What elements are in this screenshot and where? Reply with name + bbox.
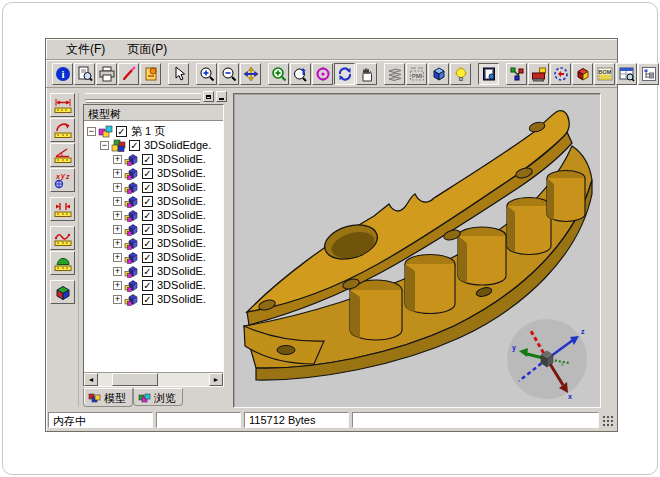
- light-button[interactable]: [450, 63, 471, 85]
- resize-grip[interactable]: [602, 415, 615, 428]
- view-cube-button[interactable]: [428, 63, 449, 85]
- measure-curve-button[interactable]: [50, 226, 75, 250]
- zoom-out-button[interactable]: [218, 63, 239, 85]
- tree-row-solid[interactable]: 3DSolidE.: [87, 250, 223, 264]
- visibility-checkbox[interactable]: [142, 294, 153, 305]
- stamp-icon: [143, 66, 159, 82]
- tab-browse[interactable]: 浏览: [133, 388, 183, 406]
- gripper-lines: [85, 93, 201, 100]
- viewport-3d[interactable]: z x y x: [233, 93, 601, 408]
- expand-icon[interactable]: [113, 169, 122, 178]
- pmi-button[interactable]: PMI: [406, 63, 427, 85]
- pan-hand-button[interactable]: [356, 63, 377, 85]
- expand-icon[interactable]: [113, 197, 122, 206]
- report-table-button[interactable]: [616, 63, 637, 85]
- visibility-checkbox[interactable]: [142, 280, 153, 291]
- explode-button[interactable]: [506, 63, 527, 85]
- measure-angle-button[interactable]: [50, 143, 75, 167]
- tab-model[interactable]: 模型: [83, 388, 133, 407]
- info-button[interactable]: i: [52, 63, 73, 85]
- zoom-in-button[interactable]: [196, 63, 217, 85]
- tree-label: 3DSolidE.: [156, 265, 206, 277]
- print-preview-button[interactable]: [74, 63, 95, 85]
- measure-distance-button[interactable]: [50, 93, 75, 117]
- visibility-checkbox[interactable]: [142, 252, 153, 263]
- measure-coordinate-button[interactable]: xyz: [50, 168, 75, 192]
- scroll-right-button[interactable]: ►: [209, 373, 223, 386]
- measure-radius-button[interactable]: [50, 118, 75, 142]
- solid-cube-icon: [124, 237, 139, 250]
- expand-icon[interactable]: [113, 155, 122, 164]
- visibility-checkbox[interactable]: [142, 196, 153, 207]
- collapse-icon[interactable]: [87, 127, 96, 136]
- spin-button[interactable]: [334, 63, 355, 85]
- visibility-checkbox[interactable]: [142, 210, 153, 221]
- solid-cube-icon: [124, 265, 139, 278]
- panel-hide-button[interactable]: [216, 91, 227, 102]
- visibility-checkbox[interactable]: [142, 224, 153, 235]
- visibility-checkbox[interactable]: [142, 154, 153, 165]
- tree-row-solid[interactable]: 3DSolidE.: [87, 152, 223, 166]
- expand-icon[interactable]: [113, 225, 122, 234]
- tree-row-solid[interactable]: 3DSolidE.: [87, 236, 223, 250]
- markup-pen-button[interactable]: [118, 63, 139, 85]
- tree-row-solid[interactable]: 3DSolidE.: [87, 194, 223, 208]
- measure-area-button[interactable]: [50, 251, 75, 275]
- report-table-icon: [619, 66, 635, 82]
- tree-row-solid[interactable]: 3DSolidE.: [87, 278, 223, 292]
- animation-button[interactable]: [550, 63, 571, 85]
- expand-icon[interactable]: [113, 253, 122, 262]
- tree-row-solid[interactable]: 3DSolidE.: [87, 292, 223, 306]
- scroll-thumb[interactable]: [112, 373, 158, 386]
- capture-button[interactable]: [528, 63, 549, 85]
- pmi-icon: PMI: [409, 66, 425, 82]
- visibility-checkbox[interactable]: [142, 238, 153, 249]
- visibility-checkbox[interactable]: [142, 182, 153, 193]
- pan-arrows-button[interactable]: [240, 63, 261, 85]
- measure-gap-button[interactable]: [50, 197, 75, 221]
- visibility-checkbox[interactable]: [142, 168, 153, 179]
- zoom-dynamic-button[interactable]: [290, 63, 311, 85]
- tree-label: 3DSolidE.: [156, 251, 206, 263]
- tree-row-solid[interactable]: 3DSolidE.: [87, 208, 223, 222]
- expand-icon[interactable]: [113, 295, 122, 304]
- tree-row-assembly[interactable]: 3DSolidEdge.: [87, 138, 223, 152]
- solid-cube-button[interactable]: [572, 63, 593, 85]
- structure-tree-button[interactable]: [638, 63, 659, 85]
- print-button[interactable]: [96, 63, 117, 85]
- bom-button[interactable]: BOM: [594, 63, 615, 85]
- structure-tree-icon: [641, 66, 657, 82]
- collapse-icon[interactable]: [100, 141, 109, 150]
- tree-horizontal-scrollbar[interactable]: ◄ ►: [84, 372, 223, 386]
- scroll-track[interactable]: [98, 373, 209, 386]
- measure-volume-button[interactable]: [50, 280, 75, 304]
- tree-row-solid[interactable]: 3DSolidE.: [87, 166, 223, 180]
- select-cursor-button[interactable]: [168, 63, 189, 85]
- visibility-checkbox[interactable]: [129, 140, 140, 151]
- expand-icon[interactable]: [113, 183, 122, 192]
- stamp-button[interactable]: [140, 63, 161, 85]
- expand-icon[interactable]: [113, 281, 122, 290]
- layers-button[interactable]: [384, 63, 405, 85]
- visibility-checkbox[interactable]: [116, 126, 127, 137]
- tree-row-solid[interactable]: 3DSolidE.: [87, 264, 223, 278]
- spin-icon: [337, 66, 353, 82]
- panel-gripper[interactable]: [83, 91, 227, 103]
- measure-radius-icon: [54, 122, 72, 139]
- notebook-button[interactable]: [478, 63, 499, 85]
- menu-page[interactable]: 页面(P): [119, 39, 175, 60]
- expand-icon[interactable]: [113, 211, 122, 220]
- rotate-button[interactable]: [312, 63, 333, 85]
- tree-label: 3DSolidE.: [156, 293, 206, 305]
- tree-row-page[interactable]: 第 1 页: [87, 124, 223, 138]
- menu-file[interactable]: 文件(F): [58, 39, 113, 60]
- expand-icon[interactable]: [113, 239, 122, 248]
- panel-float-button[interactable]: [203, 91, 214, 102]
- scroll-left-button[interactable]: ◄: [84, 373, 98, 386]
- visibility-checkbox[interactable]: [142, 266, 153, 277]
- expand-icon[interactable]: [113, 267, 122, 276]
- app-window: 文件(F) 页面(P) i: [45, 38, 618, 432]
- tree-row-solid[interactable]: 3DSolidE.: [87, 222, 223, 236]
- tree-row-solid[interactable]: 3DSolidE.: [87, 180, 223, 194]
- zoom-window-button[interactable]: [268, 63, 289, 85]
